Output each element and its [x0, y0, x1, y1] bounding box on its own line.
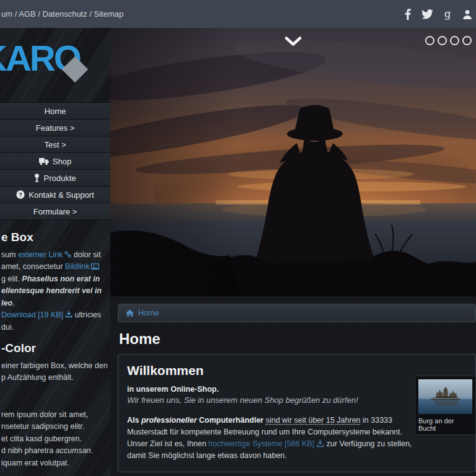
download-icon [316, 439, 324, 447]
chevron-down-icon[interactable] [284, 37, 302, 48]
download-icon [65, 311, 73, 318]
dropper-icon [34, 174, 40, 182]
facebook-icon[interactable] [405, 9, 411, 20]
logo[interactable]: KARO [0, 28, 110, 102]
castle-image [418, 379, 472, 414]
thumbnail-caption: Burg an der Bucht [418, 417, 472, 432]
hero-image [110, 28, 476, 296]
svg-text:g: g [444, 9, 451, 20]
svg-text:?: ? [19, 191, 22, 198]
sidebar: KARO Home Features > Test > Shop Produkt… [0, 28, 110, 476]
twitter-icon[interactable] [421, 9, 433, 19]
breadcrumb[interactable]: Home [118, 304, 476, 322]
topbar: um / AGB / Datenschutz / Sitemap g [0, 0, 476, 28]
hero-slider [110, 28, 476, 296]
user-icon[interactable] [462, 9, 472, 19]
social-links: g [405, 9, 476, 20]
download-link[interactable]: Download [19 KB] [1, 311, 63, 319]
menu-item-features[interactable]: Features > [0, 120, 110, 136]
menu-item-kontakt[interactable]: ? Kontakt & Support [0, 187, 110, 203]
breadcrumb-label: Home [138, 309, 159, 317]
menu-label: Shop [53, 157, 71, 166]
spacer [1, 384, 108, 409]
menu-label: Home [45, 107, 66, 116]
link-icon [64, 251, 71, 258]
castle-thumbnail[interactable]: Burg an der Bucht [415, 376, 476, 435]
carousel-dot[interactable] [425, 36, 434, 45]
menu-item-shop[interactable]: Shop [0, 153, 110, 170]
footer-links[interactable]: um / AGB / Datenschutz / Sitemap [0, 9, 123, 19]
sidebar-box1-text: sum externer Link dolor sit amet, consec… [1, 249, 108, 334]
carousel-dot[interactable] [450, 36, 459, 45]
question-circle-icon: ? [16, 190, 25, 199]
truck-icon [39, 157, 49, 165]
menu-label: Features > [36, 123, 75, 133]
image-link[interactable]: Bildlink [65, 262, 90, 271]
sidebar-box2-text: einer farbigen Box, welche den p Aufzähl… [1, 360, 108, 470]
main-menu: Home Features > Test > Shop Produkte ? K… [0, 102, 110, 220]
image-icon [91, 263, 99, 270]
welcome-paragraph: Als professioneller Computerhändler sind… [127, 415, 417, 462]
menu-label: Produkte [43, 174, 76, 183]
systems-download-link[interactable]: hochwertige Systeme [586 KB] [208, 439, 314, 448]
external-link[interactable]: externer Link [18, 250, 63, 259]
carousel-dots [425, 36, 472, 45]
welcome-panel: Willkommen in unserem Online-Shop. Wir f… [118, 354, 476, 472]
menu-item-home[interactable]: Home [0, 103, 110, 120]
menu-item-produkte[interactable]: Produkte [0, 170, 110, 187]
menu-label: Kontakt & Support [29, 190, 94, 200]
page-title: Home [119, 330, 476, 348]
menu-label: Test > [44, 140, 66, 149]
sidebar-box2-heading: -Color [1, 342, 108, 355]
carousel-dot[interactable] [462, 36, 472, 45]
google-icon[interactable]: g [444, 9, 452, 20]
carousel-dot[interactable] [438, 36, 447, 45]
menu-item-test[interactable]: Test > [0, 136, 110, 153]
menu-item-formulare[interactable]: Formulare > [0, 203, 110, 220]
home-icon [126, 309, 134, 317]
page-content: Home Home Willkommen in unserem Online-S… [110, 296, 476, 476]
sidebar-content: e Box sum externer Link dolor sit amet, … [0, 220, 110, 469]
menu-label: Formulare > [33, 207, 77, 216]
main-area: Home Home Willkommen in unserem Online-S… [110, 28, 476, 476]
sidebar-box1-heading: e Box [1, 231, 108, 244]
